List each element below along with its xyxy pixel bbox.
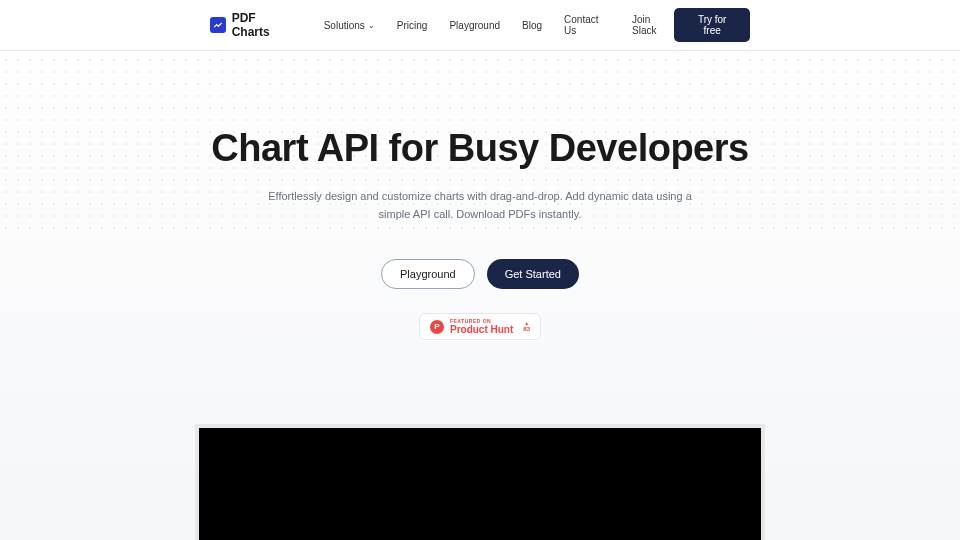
product-hunt-badge[interactable]: P FEATURED ON Product Hunt ▲ 83 xyxy=(419,313,541,340)
nav-blog[interactable]: Blog xyxy=(522,20,542,31)
video-player[interactable] xyxy=(195,424,765,540)
chevron-down-icon: ⌄ xyxy=(368,21,375,30)
nav: Solutions ⌄ Pricing Playground Blog Cont… xyxy=(324,14,675,36)
ph-name: Product Hunt xyxy=(450,324,513,335)
hero: Chart API for Busy Developers Effortless… xyxy=(0,51,960,540)
logo-icon xyxy=(210,17,226,33)
ph-upvote-count: 83 xyxy=(523,326,530,332)
hero-subtitle: Effortlessly design and customize charts… xyxy=(260,188,700,223)
nav-slack[interactable]: Join Slack xyxy=(632,14,674,36)
hero-title: Chart API for Busy Developers xyxy=(0,127,960,170)
ph-upvotes: ▲ 83 xyxy=(523,321,530,332)
nav-label: Solutions xyxy=(324,20,365,31)
playground-button[interactable]: Playground xyxy=(381,259,475,289)
nav-contact[interactable]: Contact Us xyxy=(564,14,610,36)
logo[interactable]: PDF Charts xyxy=(210,11,296,39)
header: PDF Charts Solutions ⌄ Pricing Playgroun… xyxy=(0,0,960,51)
product-hunt-icon: P xyxy=(430,320,444,334)
nav-pricing[interactable]: Pricing xyxy=(397,20,428,31)
get-started-button[interactable]: Get Started xyxy=(487,259,579,289)
hero-buttons: Playground Get Started xyxy=(0,259,960,289)
try-free-button[interactable]: Try for free xyxy=(674,8,750,42)
nav-solutions[interactable]: Solutions ⌄ xyxy=(324,20,375,31)
product-hunt-text: FEATURED ON Product Hunt xyxy=(450,318,513,335)
brand-name: PDF Charts xyxy=(232,11,296,39)
nav-playground[interactable]: Playground xyxy=(449,20,500,31)
